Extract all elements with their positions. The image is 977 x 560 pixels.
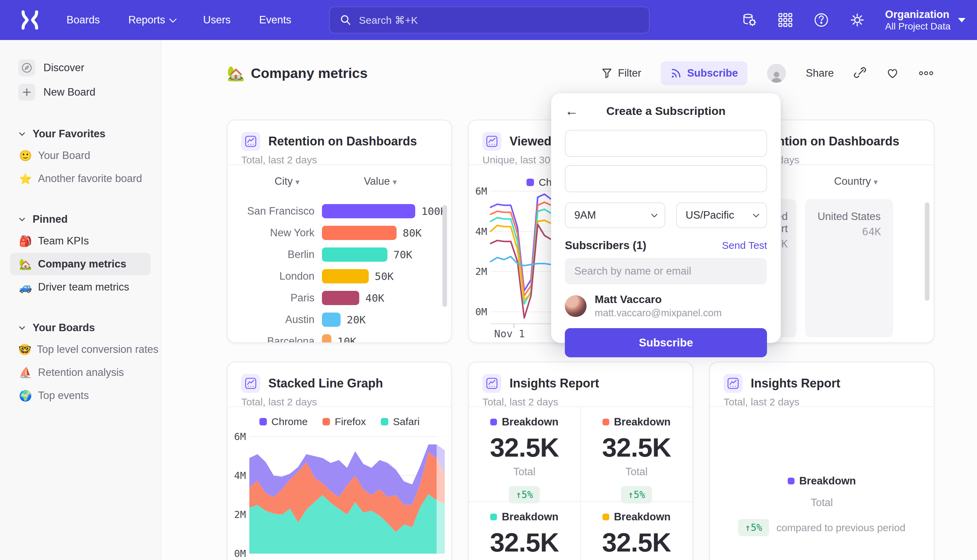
filter-button[interactable]: Filter: [601, 67, 641, 79]
bar-value: 50K: [375, 270, 394, 282]
svg-text:6M: 6M: [475, 185, 487, 197]
sidebar-item-company-metrics[interactable]: 🏡Company metrics: [10, 253, 150, 275]
sidebar-item-retention-analysis[interactable]: ⛵Retention analysis: [10, 362, 150, 384]
chevron-down-icon: [753, 211, 760, 218]
sidebar-item-label: Top events: [38, 390, 89, 402]
subscribe-button[interactable]: Subscribe: [661, 62, 747, 85]
copy-link-button[interactable]: [853, 67, 867, 80]
search-input[interactable]: Search ⌘+K: [329, 7, 650, 33]
table-row: Paris40K: [241, 287, 440, 309]
board-emoji: 🏡: [227, 65, 245, 82]
search-icon: [340, 14, 351, 26]
sidebar-section-header-your-boards[interactable]: Your Boards: [0, 318, 161, 338]
bar-berlin[interactable]: [322, 247, 387, 262]
sidebar-item-top-events[interactable]: 🌍Top events: [10, 384, 150, 407]
column-header-value[interactable]: Value▾: [339, 175, 421, 187]
sidebar-item-another-favorite-board[interactable]: ⭐Another favorite board: [10, 167, 150, 190]
org-name: Organization: [885, 8, 950, 22]
favorite-button[interactable]: [886, 67, 899, 80]
card-stacked-line-graph: Stacked Line Graph Total, last 2 days Ch…: [227, 362, 452, 560]
ellipsis-icon: [919, 70, 934, 77]
timezone-select[interactable]: US/Pacific: [676, 202, 767, 228]
scrollbar[interactable]: [443, 205, 447, 307]
settings-gear-icon[interactable]: [849, 12, 865, 28]
bar-london[interactable]: [322, 269, 369, 283]
subscriber-search: [565, 258, 767, 284]
chevron-down-icon: [18, 130, 26, 138]
card-title: Retention on Dashboards: [268, 134, 417, 148]
scrollbar[interactable]: [925, 202, 930, 301]
card-subtitle: Total, last 2 days: [483, 396, 679, 408]
report-chart-icon: [483, 374, 501, 393]
card-retention-on-dashboards: Retention on Dashboards Total, last 2 da…: [227, 120, 452, 343]
share-button[interactable]: Share: [806, 67, 834, 79]
bar-barcelona[interactable]: [322, 334, 331, 343]
breakdown-metric-1: Breakdown32.5KTotal↑5%: [469, 407, 581, 502]
board-emoji: 🙂: [18, 150, 33, 162]
time-select[interactable]: 9AM: [565, 202, 665, 228]
search-placeholder: Search ⌘+K: [359, 14, 418, 26]
subscriber-search-input[interactable]: [575, 265, 758, 277]
chevron-down-icon: [651, 211, 658, 218]
nav-link-label: Reports: [128, 14, 165, 26]
breakdown-metric-4: Breakdown32.5KTotal↑5%: [581, 502, 693, 560]
data-pipeline-icon[interactable]: [741, 12, 758, 28]
back-arrow-icon[interactable]: ←: [565, 104, 578, 118]
mixpanel-logo[interactable]: [19, 9, 41, 31]
bar-austin[interactable]: [322, 313, 341, 327]
svg-text:0M: 0M: [234, 548, 246, 559]
card-insights-report-total: Insights Report Total, last 2 days Break…: [709, 362, 934, 560]
chevron-down-icon: [18, 324, 26, 332]
breakdown-legend: Breakdown: [603, 511, 671, 523]
apps-grid-icon[interactable]: [777, 12, 793, 28]
section-label: Your Favorites: [33, 128, 105, 140]
column-header-city[interactable]: City▾: [258, 175, 316, 187]
funnel-icon: [601, 67, 613, 79]
sidebar-item-label: Your Board: [38, 150, 90, 162]
nav-link-reports[interactable]: Reports: [128, 14, 175, 26]
metric-value: 32.5K: [602, 527, 671, 558]
sidebar-item-your-board[interactable]: 🙂Your Board: [10, 144, 150, 167]
chevron-down-icon: [18, 216, 26, 223]
table-row: San Francisco100K: [241, 200, 440, 222]
nav-link-boards[interactable]: Boards: [67, 14, 100, 26]
bar-category-label: San Francisco: [241, 205, 314, 217]
card-subtitle: Total, last 2 days: [723, 396, 920, 408]
sidebar-item-discover[interactable]: Discover: [10, 56, 150, 80]
bar-new-york[interactable]: [322, 226, 397, 240]
subscribe-submit-button[interactable]: Subscribe: [565, 328, 767, 357]
sidebar-item-driver-team-metrics[interactable]: 🚙Driver team metrics: [10, 276, 150, 298]
more-options-button[interactable]: [919, 70, 934, 77]
org-project: All Project Data: [885, 21, 950, 32]
help-icon[interactable]: [813, 12, 830, 28]
bar-san-francisco[interactable]: [322, 204, 415, 218]
svg-text:4M: 4M: [234, 470, 246, 482]
sidebar-item-new-board[interactable]: New Board: [10, 80, 150, 104]
column-header-country[interactable]: Country▾: [818, 175, 893, 187]
stacked-area-chart: 0M2M4M6M: [228, 407, 452, 560]
card-subtitle: Total, last 2 days: [241, 154, 438, 166]
sidebar-item-label: New Board: [43, 86, 95, 98]
sidebar-item-team-kpis[interactable]: 🎒Team KPIs: [10, 230, 150, 252]
sidebar-section-header-your-favorites[interactable]: Your Favorites: [0, 124, 161, 144]
sidebar-section-pinned: Pinned🎒Team KPIs🏡Company metrics🚙Driver …: [0, 210, 161, 298]
avatar[interactable]: [767, 64, 786, 83]
pivot-cell-country[interactable]: United States 64K: [805, 199, 893, 337]
org-switcher[interactable]: Organization All Project Data: [885, 8, 965, 32]
chevron-down-icon: [169, 15, 177, 23]
sidebar-item-top-level-conversion-rates[interactable]: 🤓Top level conversion rates: [10, 338, 150, 361]
send-test-link[interactable]: Send Test: [722, 240, 767, 251]
modal-title: Create a Subscription: [606, 104, 725, 118]
nav-link-users[interactable]: Users: [203, 14, 230, 26]
board-emoji: 🤓: [18, 343, 32, 356]
bar-paris[interactable]: [322, 291, 359, 305]
bar-category-label: London: [241, 270, 314, 282]
sidebar-section-header-pinned[interactable]: Pinned: [0, 210, 161, 229]
report-chart-icon: [483, 132, 501, 151]
sidebar-item-label: Top level conversion rates: [37, 343, 159, 356]
bar-category-label: New York: [241, 227, 314, 239]
link-icon: [853, 67, 867, 80]
subscriber-row[interactable]: Matt Vaccaro matt.vaccaro@mixpanel.com: [565, 293, 767, 318]
nav-link-events[interactable]: Events: [259, 14, 291, 26]
breakdown-legend: Breakdown: [788, 475, 856, 487]
